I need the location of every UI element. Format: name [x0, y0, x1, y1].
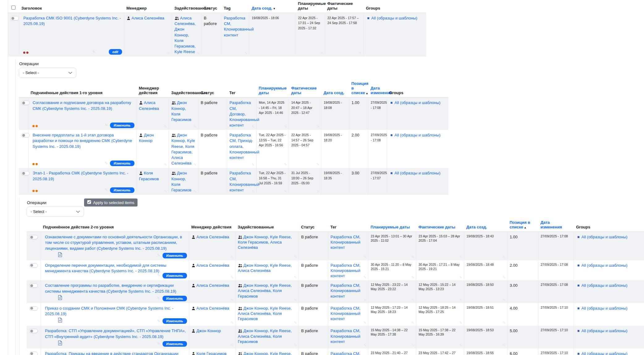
row-toggle[interactable] [29, 235, 38, 239]
edit-button[interactable]: Изменить [163, 318, 187, 324]
column-header[interactable]: Статус [299, 219, 328, 232]
column-header[interactable]: Задействованные [235, 219, 299, 232]
column-header[interactable]: Подчинённое действие 2-го уровня [40, 219, 189, 232]
select-all-checkbox[interactable] [11, 6, 15, 10]
tag-links[interactable]: Разработка СМ, Клонированный контент [331, 351, 361, 355]
group-link[interactable]: All (образцы и шаблоны) [582, 263, 628, 268]
column-header[interactable]: Подчинённые действия 1-го уровня [28, 80, 136, 98]
document-icon[interactable] [58, 342, 62, 346]
document-icon[interactable] [58, 319, 62, 324]
manager-link[interactable]: Алиса Селезнёва [197, 263, 229, 268]
group-link[interactable]: All (образцы и шаблоны) [395, 133, 441, 137]
column-header[interactable]: Groups [387, 80, 448, 98]
action-title-link[interactable]: Определение перечня документации, необхо… [45, 263, 167, 273]
column-header[interactable]: Groups [574, 219, 644, 232]
edit-button[interactable]: Изменить [163, 341, 187, 347]
column-header[interactable]: Дата изменения [368, 80, 387, 98]
edit-button[interactable]: Изменить [163, 296, 187, 301]
manager-link[interactable]: Алиса Селезнёва [132, 16, 164, 20]
document-icon[interactable] [58, 296, 62, 301]
column-header[interactable]: Позиция в списке▲ [507, 219, 538, 232]
tag-links[interactable]: Разработка СМ, Приход-оплата, Клонирован… [230, 133, 259, 160]
group-link[interactable]: All (образцы и шаблоны) [582, 235, 628, 239]
operations-select[interactable]: - Select - [19, 68, 76, 78]
row-toggle[interactable] [29, 283, 38, 288]
edit-button[interactable]: Изменить [110, 123, 134, 128]
group-link[interactable]: All (образцы и шаблоны) [582, 306, 628, 311]
involved-links[interactable]: Джон Коннор, Kyle Reese, Коля Герасимов,… [238, 235, 292, 250]
apply-to-selected-button[interactable]: Apply to selected items [84, 198, 138, 207]
column-header[interactable]: Groups [363, 0, 426, 13]
column-header[interactable]: Планируемые даты [256, 80, 289, 98]
document-icon[interactable] [58, 253, 62, 258]
involved-links[interactable]: Джон Коннор, Kyle Reese, Алиса Селезнёва [238, 263, 292, 273]
column-header[interactable]: Дата созд. [321, 80, 349, 98]
column-header[interactable]: Статус [198, 80, 227, 98]
tag-links[interactable]: Разработка СМ, Клонированный контент [331, 283, 361, 298]
column-header[interactable]: Менеджер действия [189, 219, 235, 232]
tag-links[interactable]: Разработка СМ, Клонированный контент [331, 328, 361, 344]
column-header[interactable]: Фактические даты [325, 0, 363, 13]
action-title-link[interactable]: Разработка: Приказы на введение в действ… [45, 351, 179, 355]
column-header[interactable]: Фактические даты [289, 80, 321, 98]
involved-links[interactable]: Джон Коннор, Kyle Reese, Алиса Селезнёва… [238, 283, 292, 298]
action-title-link[interactable]: Разработка СМК ISO 9001 (Cyberdyne Syste… [23, 16, 121, 26]
row-toggle[interactable] [29, 306, 38, 311]
manager-link[interactable]: Алиса Селезнёва [197, 306, 229, 311]
column-header[interactable]: Менеджер [124, 0, 172, 13]
column-header[interactable]: Тег [328, 219, 368, 232]
manager-link[interactable]: Алиса Селезнёва [197, 235, 229, 239]
column-header[interactable]: Дата созд. [464, 219, 507, 232]
action-title-link[interactable]: Ознакомление с документами по основной д… [45, 235, 182, 250]
group-link[interactable]: All (образцы и шаблоны) [395, 100, 441, 105]
tag-links[interactable]: Разработка СМ, Клонированный контент [331, 235, 361, 250]
column-header[interactable]: Задействованные [172, 0, 201, 13]
involved-links[interactable]: Джон Коннор, Kyle Reese, Коля Герасимов,… [238, 351, 292, 355]
action-title-link[interactable]: Этап-1 - Разработка СМК (Cyberdyne Syste… [33, 171, 129, 181]
column-header[interactable]: Позиция в списке▲ [349, 80, 368, 98]
column-header[interactable]: Тег [227, 80, 256, 98]
manager-link[interactable]: Джон Коннор [197, 328, 221, 333]
action-title-link[interactable]: Внесение предоплаты за 1-й этап договора… [33, 133, 132, 148]
action-title-link[interactable]: Разработка: СТП «Управление документацие… [45, 328, 186, 339]
operations-select[interactable]: - Select - [27, 207, 84, 217]
column-header[interactable]: Менеджер действия [136, 80, 169, 98]
action-title-link[interactable]: Составление программы по разработке, вне… [45, 283, 176, 293]
tag-links[interactable]: Разработка СМ, Договор, Клонированный ко… [230, 100, 259, 127]
row-toggle[interactable] [29, 352, 38, 355]
group-link[interactable]: All (образцы и шаблоны) [582, 351, 628, 355]
edit-button[interactable]: edit [109, 49, 122, 55]
column-header[interactable]: Дата изменения [538, 219, 574, 232]
column-header[interactable]: Дата созд.▼ [249, 0, 295, 13]
involved-links[interactable]: Джон Коннор, Kyle Reese, Алиса Селезнёва… [238, 306, 292, 321]
column-header[interactable]: Tag [221, 0, 249, 13]
group-link[interactable]: All (образцы и шаблоны) [395, 171, 441, 175]
row-toggle[interactable] [11, 16, 19, 20]
group-bullet-icon [578, 330, 579, 332]
tag-links[interactable]: Разработка СМ, Клонированный контент [331, 306, 361, 321]
involved-links[interactable]: Джон Коннор, Kyle Reese, Алиса Селезнёва… [238, 328, 292, 344]
column-header[interactable]: Планируемые даты [368, 219, 416, 232]
tag-links[interactable]: Разработка СМ, Клонированный контент [230, 171, 259, 192]
group-link[interactable]: All (образцы и шаблоны) [371, 16, 417, 20]
column-header[interactable]: Планируемые даты [295, 0, 325, 13]
column-header[interactable]: Заголовок [19, 0, 124, 13]
edit-button[interactable]: Изменить [163, 253, 187, 258]
involved-links[interactable]: Джон Коннор, Kyle Reese, Коля Герасимов,… [172, 133, 195, 165]
row-toggle[interactable] [29, 263, 38, 268]
column-header[interactable]: Фактические даты [416, 219, 464, 232]
tag-links[interactable]: Разработка СМ, Клонированный контент [331, 263, 361, 278]
manager-link[interactable]: Коля Герасимов [197, 351, 227, 355]
manager-link[interactable]: Алиса Селезнёва [197, 283, 229, 288]
group-link[interactable]: All (образцы и шаблоны) [582, 328, 628, 333]
column-header[interactable]: Задействованные [169, 80, 198, 98]
column-header[interactable]: Статус [201, 0, 221, 13]
action-title-link[interactable]: Приказ о создании СМК и Положения СМК (C… [45, 306, 174, 316]
edit-button[interactable]: Изменить [163, 273, 187, 278]
involved-links[interactable]: Алиса Селезнёва, Джон Коннор, Коля Герас… [175, 16, 196, 54]
action-title-link[interactable]: Согласование и подписание договора на ра… [33, 100, 131, 111]
group-link[interactable]: All (образцы и шаблоны) [582, 283, 628, 288]
edit-button[interactable]: Изменить [110, 161, 134, 166]
row-toggle[interactable] [29, 329, 38, 333]
edit-button[interactable]: Изменить [110, 187, 134, 193]
